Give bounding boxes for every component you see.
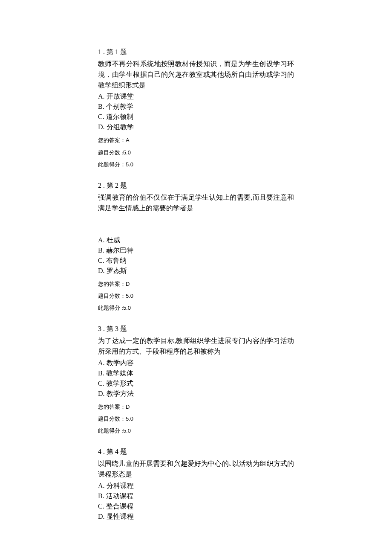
your-answer-value: D — [126, 404, 130, 410]
option-d: D. 教学方法 — [98, 389, 294, 399]
option-d: D. 罗杰斯 — [98, 266, 294, 276]
question-body: 为了达成一定的教学目标,教师组织学生进展专门内容的学习活动所采用的方式、手段和程… — [98, 336, 294, 357]
option-c: C. 道尔顿制 — [98, 112, 294, 122]
option-b: B. 活动课程 — [98, 491, 294, 501]
question-body: 以围绕儿童的开展需要和兴趣爱好为中心的､以活动为组织方式的课程形态是 — [98, 459, 294, 480]
question-score-value: 5.0 — [126, 416, 133, 422]
option-b: B. 教学媒体 — [98, 368, 294, 378]
option-a: A. 杜威 — [98, 235, 294, 245]
option-d: D. 分组教学 — [98, 122, 294, 132]
option-c: C. 布鲁纳 — [98, 256, 294, 266]
question-score-label: 题目分数 : — [98, 149, 123, 156]
question-score-label: 题目分数： — [98, 293, 126, 299]
question-1: 1 . 第 1 题 教师不再分科系统地按照教材传授知识，而是为学生创设学习环境，… — [98, 47, 294, 169]
earned-score-value: 5.0 — [123, 305, 131, 311]
options-group: A. 教学内容 B. 教学媒体 C. 教学形式 D. 教学方法 — [98, 358, 294, 399]
question-index: 4 . 第 4 题 — [98, 447, 294, 457]
question-body: 强调教育的价值不仅仅在于满足学生认知上的需要,而且要注意和满足学生情感上的需要的… — [98, 192, 294, 214]
your-answer-label: 您的答案： — [98, 281, 126, 287]
earned-score-label: 此题得分 : — [98, 305, 123, 311]
earned-score-line: 此题得分 :5.0 — [98, 304, 294, 312]
question-score-value: 5.0 — [126, 293, 133, 299]
your-answer-line: 您的答案：D — [98, 280, 294, 288]
option-c: C. 整合课程 — [98, 501, 294, 511]
question-4: 4 . 第 4 题 以围绕儿童的开展需要和兴趣爱好为中心的､以活动为组织方式的课… — [98, 447, 294, 522]
option-a: A. 分科课程 — [98, 481, 294, 491]
earned-score-line: 此题得分：5.0 — [98, 161, 294, 169]
earned-score-value: 5.0 — [123, 427, 131, 434]
question-index: 2 . 第 2 题 — [98, 180, 294, 191]
option-c: C. 教学形式 — [98, 378, 294, 389]
options-group: A. 杜威 B. 赫尔巴特 C. 布鲁纳 D. 罗杰斯 — [98, 235, 294, 276]
earned-score-label: 此题得分 : — [98, 427, 123, 434]
option-b: B. 个别教学 — [98, 102, 294, 112]
your-answer-label: 您的答案： — [98, 404, 126, 410]
option-d: D. 显性课程 — [98, 511, 294, 522]
question-score-label: 题目分数： — [98, 416, 126, 422]
your-answer-line: 您的答案：D — [98, 403, 294, 411]
question-score-line: 题目分数：5.0 — [98, 292, 294, 300]
question-index: 1 . 第 1 题 — [98, 47, 294, 57]
earned-score-value: 5.0 — [126, 161, 133, 168]
your-answer-label: 您的答案： — [98, 137, 126, 143]
question-score-line: 题目分数 :5.0 — [98, 149, 294, 157]
question-index: 3 . 第 3 题 — [98, 324, 294, 334]
question-score-line: 题目分数：5.0 — [98, 415, 294, 423]
options-group: A. 分科课程 B. 活动课程 C. 整合课程 D. 显性课程 — [98, 481, 294, 522]
body-gap — [98, 215, 294, 235]
earned-score-line: 此题得分 :5.0 — [98, 427, 294, 435]
option-a: A. 教学内容 — [98, 358, 294, 368]
your-answer-line: 您的答案：A — [98, 137, 294, 144]
option-a: A. 开放课堂 — [98, 91, 294, 102]
option-b: B. 赫尔巴特 — [98, 245, 294, 256]
question-body: 教师不再分科系统地按照教材传授知识，而是为学生创设学习环境，由学生根据自己的兴趣… — [98, 59, 294, 90]
your-answer-value: A — [126, 137, 130, 143]
question-2: 2 . 第 2 题 强调教育的价值不仅仅在于满足学生认知上的需要,而且要注意和满… — [98, 180, 294, 312]
earned-score-label: 此题得分： — [98, 161, 126, 168]
question-3: 3 . 第 3 题 为了达成一定的教学目标,教师组织学生进展专门内容的学习活动所… — [98, 324, 294, 435]
options-group: A. 开放课堂 B. 个别教学 C. 道尔顿制 D. 分组教学 — [98, 91, 294, 132]
your-answer-value: D — [126, 281, 130, 287]
question-score-value: 5.0 — [123, 149, 131, 156]
